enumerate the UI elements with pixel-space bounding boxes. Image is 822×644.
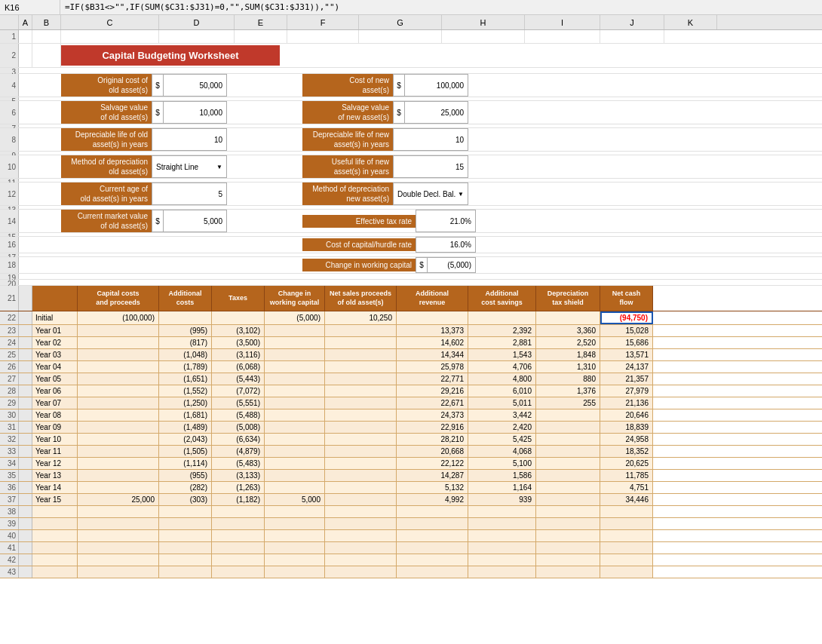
additional-costs-cell[interactable]: (817) — [159, 337, 212, 348]
change-working-cell[interactable] — [265, 385, 325, 397]
method-dep-new-value[interactable]: Double Decl. Bal. ▼ — [393, 182, 468, 205]
net-cash-flow-cell[interactable]: 24,958 — [600, 434, 653, 445]
cost-savings-cell[interactable] — [468, 530, 536, 541]
change-working-cell[interactable]: 5,000 — [265, 494, 325, 505]
net-sales-cell[interactable] — [325, 434, 397, 445]
capital-costs-cell[interactable] — [78, 373, 159, 385]
additional-revenue-cell[interactable] — [397, 566, 468, 578]
change-working-cell[interactable] — [265, 458, 325, 469]
change-working-cell[interactable] — [265, 434, 325, 445]
additional-revenue-cell[interactable]: 22,771 — [397, 373, 468, 385]
additional-revenue-cell[interactable] — [397, 311, 468, 324]
net-sales-cell[interactable] — [325, 337, 397, 348]
additional-revenue-cell[interactable]: 22,122 — [397, 458, 468, 469]
dep-life-new-value[interactable]: 10 — [393, 128, 468, 151]
cost-savings-cell[interactable] — [468, 518, 536, 529]
net-cash-flow-cell[interactable] — [600, 554, 653, 566]
net-cash-flow-cell[interactable]: 18,352 — [600, 446, 653, 457]
cost-savings-cell[interactable]: 1,543 — [468, 349, 536, 360]
net-sales-cell[interactable] — [325, 373, 397, 385]
net-sales-cell[interactable]: 10,250 — [325, 311, 397, 324]
change-working-cell[interactable]: (5,000) — [265, 311, 325, 324]
net-cash-flow-cell[interactable] — [600, 518, 653, 529]
additional-costs-cell[interactable]: (995) — [159, 325, 212, 336]
additional-revenue-cell[interactable] — [397, 518, 468, 529]
dep-tax-shield-cell[interactable] — [536, 409, 600, 421]
cost-savings-cell[interactable]: 4,706 — [468, 361, 536, 373]
additional-costs-cell[interactable] — [159, 518, 212, 529]
additional-costs-cell[interactable]: (1,789) — [159, 361, 212, 373]
cost-savings-cell[interactable]: 6,010 — [468, 385, 536, 397]
cost-savings-cell[interactable]: 5,100 — [468, 458, 536, 469]
dep-tax-shield-cell[interactable] — [536, 458, 600, 469]
taxes-cell[interactable]: (5,488) — [212, 409, 265, 421]
taxes-cell[interactable]: (7,072) — [212, 385, 265, 397]
useful-life-value[interactable]: 15 — [393, 155, 468, 178]
taxes-cell[interactable]: (5,443) — [212, 373, 265, 385]
salvage-new-value[interactable]: 25,000 — [405, 101, 468, 124]
cost-new-value[interactable]: 100,000 — [405, 74, 468, 97]
capital-costs-cell[interactable] — [78, 325, 159, 336]
net-sales-cell[interactable] — [325, 422, 397, 433]
dep-tax-shield-cell[interactable]: 1,310 — [536, 361, 600, 373]
net-sales-cell[interactable] — [325, 566, 397, 578]
dep-life-old-value[interactable]: 10 — [152, 128, 227, 151]
net-sales-cell[interactable] — [325, 349, 397, 360]
net-sales-cell[interactable] — [325, 409, 397, 421]
dep-tax-shield-cell[interactable]: 1,376 — [536, 385, 600, 397]
additional-costs-cell[interactable] — [159, 311, 212, 324]
name-box[interactable]: K16 — [0, 0, 60, 14]
change-working-cell[interactable] — [265, 482, 325, 493]
cost-savings-cell[interactable]: 5,425 — [468, 434, 536, 445]
additional-costs-cell[interactable] — [159, 530, 212, 541]
additional-revenue-cell[interactable]: 13,373 — [397, 325, 468, 336]
net-cash-flow-cell[interactable] — [600, 506, 653, 517]
net-sales-cell[interactable] — [325, 554, 397, 566]
additional-costs-cell[interactable] — [159, 506, 212, 517]
capital-costs-cell[interactable] — [78, 470, 159, 481]
cost-savings-cell[interactable] — [468, 542, 536, 554]
capital-costs-cell[interactable] — [78, 409, 159, 421]
net-cash-flow-cell[interactable]: 15,028 — [600, 325, 653, 336]
net-cash-flow-cell[interactable] — [600, 566, 653, 578]
taxes-cell[interactable]: (3,133) — [212, 470, 265, 481]
cost-savings-cell[interactable] — [468, 554, 536, 566]
method-dep-old-value[interactable]: Straight Line ▼ — [152, 155, 227, 178]
capital-costs-cell[interactable] — [78, 385, 159, 397]
cost-savings-cell[interactable]: 2,881 — [468, 337, 536, 348]
change-working-cell[interactable] — [265, 506, 325, 517]
additional-revenue-cell[interactable]: 4,992 — [397, 494, 468, 505]
additional-revenue-cell[interactable] — [397, 530, 468, 541]
additional-costs-cell[interactable]: (955) — [159, 470, 212, 481]
additional-costs-cell[interactable]: (2,043) — [159, 434, 212, 445]
change-working-cell[interactable] — [265, 446, 325, 457]
dep-tax-shield-cell[interactable] — [536, 542, 600, 554]
net-cash-flow-cell[interactable]: 24,137 — [600, 361, 653, 373]
change-working-cell[interactable] — [265, 349, 325, 360]
capital-costs-cell[interactable] — [78, 542, 159, 554]
current-age-value[interactable]: 5 — [152, 182, 227, 205]
net-cash-flow-cell[interactable]: 11,785 — [600, 470, 653, 481]
net-sales-cell[interactable] — [325, 518, 397, 529]
additional-costs-cell[interactable]: (1,048) — [159, 349, 212, 360]
taxes-cell[interactable]: (1,182) — [212, 494, 265, 505]
change-working-cell[interactable] — [265, 422, 325, 433]
additional-revenue-cell[interactable] — [397, 542, 468, 554]
taxes-cell[interactable] — [212, 542, 265, 554]
additional-revenue-cell[interactable] — [397, 506, 468, 517]
net-cash-flow-cell[interactable] — [600, 530, 653, 541]
additional-costs-cell[interactable]: (1,489) — [159, 422, 212, 433]
cost-savings-cell[interactable]: 4,800 — [468, 373, 536, 385]
dep-tax-shield-cell[interactable] — [536, 506, 600, 517]
additional-costs-cell[interactable] — [159, 542, 212, 554]
dep-tax-shield-cell[interactable]: 255 — [536, 397, 600, 409]
salvage-old-value[interactable]: 10,000 — [164, 101, 227, 124]
dep-tax-shield-cell[interactable] — [536, 434, 600, 445]
cost-savings-cell[interactable]: 3,442 — [468, 409, 536, 421]
net-cash-flow-cell[interactable] — [600, 542, 653, 554]
net-sales-cell[interactable] — [325, 325, 397, 336]
net-sales-cell[interactable] — [325, 458, 397, 469]
additional-revenue-cell[interactable]: 14,344 — [397, 349, 468, 360]
change-working-cell[interactable] — [265, 337, 325, 348]
dep-tax-shield-cell[interactable] — [536, 470, 600, 481]
